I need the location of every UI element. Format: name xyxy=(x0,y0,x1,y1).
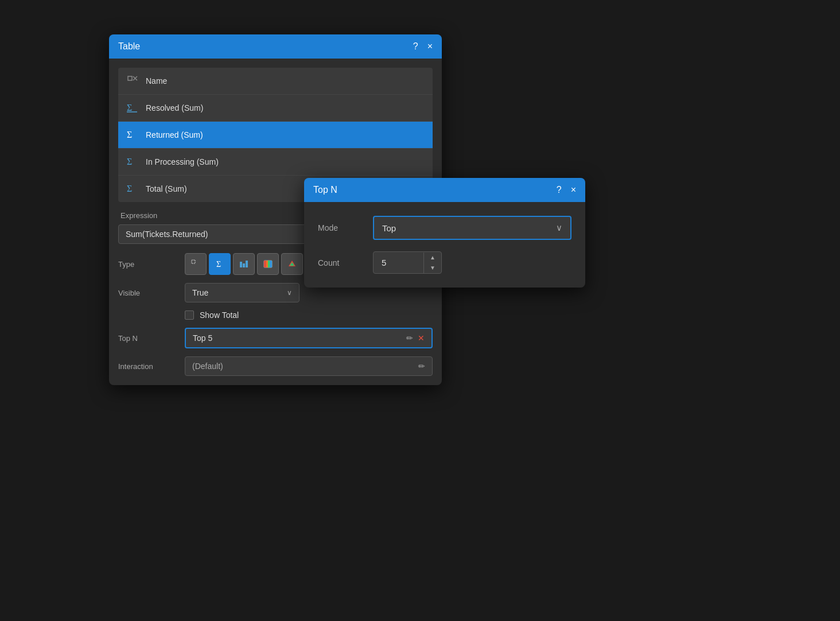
mode-chevron: ∨ xyxy=(556,223,562,233)
visible-select[interactable]: True ∨ xyxy=(185,283,300,302)
interaction-edit-button[interactable]: ✏ xyxy=(418,362,425,371)
visible-chevron: ∨ xyxy=(287,289,292,297)
interaction-field[interactable]: (Default) ✏ xyxy=(185,356,433,376)
svg-text:Σ: Σ xyxy=(127,130,132,139)
count-label: Count xyxy=(318,258,364,267)
topn-dialog-actions: ? × xyxy=(557,185,576,195)
type-btn-sum[interactable]: Σ xyxy=(209,253,231,275)
top-n-field[interactable]: Top 5 ✏ ✕ xyxy=(185,328,433,348)
dimension-icon xyxy=(126,75,139,87)
table-close-button[interactable]: × xyxy=(427,42,433,51)
prop-row-show-total: Show Total xyxy=(118,310,433,320)
field-item-name[interactable]: Name xyxy=(118,68,433,95)
top-n-value: Top 5 xyxy=(193,333,212,343)
count-value: 5 xyxy=(374,252,423,273)
topn-mode-row: Mode Top ∨ xyxy=(318,216,571,240)
type-btn-indicator[interactable] xyxy=(281,253,303,275)
field-label-returned: Returned (Sum) xyxy=(146,130,203,139)
spinner-arrows: ▲ ▼ xyxy=(423,253,441,273)
svg-rect-15 xyxy=(266,261,268,267)
topn-clear-button[interactable]: ✕ xyxy=(418,333,425,343)
mode-value: Top xyxy=(382,223,396,233)
type-label: Type xyxy=(118,260,176,269)
svg-rect-17 xyxy=(270,261,272,267)
topn-edit-button[interactable]: ✏ xyxy=(406,333,413,343)
prop-row-interaction: Interaction (Default) ✏ xyxy=(118,356,433,376)
field-item-in-processing[interactable]: Σ In Processing (Sum) xyxy=(118,149,433,176)
svg-text:Σ: Σ xyxy=(127,157,132,166)
table-help-button[interactable]: ? xyxy=(413,42,418,51)
show-total-label: Show Total xyxy=(200,310,239,320)
total-icon: Σ xyxy=(126,183,139,195)
visible-label: Visible xyxy=(118,289,176,297)
table-dialog-actions: ? × xyxy=(413,42,433,51)
field-item-returned[interactable]: Σ Returned (Sum) xyxy=(118,122,433,149)
topn-help-button[interactable]: ? xyxy=(557,185,562,195)
type-btn-color[interactable] xyxy=(257,253,279,275)
svg-rect-12 xyxy=(246,261,248,267)
topn-dialog-title: Top N xyxy=(313,185,337,195)
type-btn-bar[interactable] xyxy=(233,253,255,275)
topn-count-row: Count 5 ▲ ▼ xyxy=(318,251,571,274)
show-total-checkbox[interactable] xyxy=(185,310,194,320)
svg-rect-0 xyxy=(128,76,132,80)
svg-rect-11 xyxy=(243,263,245,267)
returned-icon: Σ xyxy=(126,129,139,141)
field-label-resolved: Resolved (Sum) xyxy=(146,103,203,112)
table-dialog-title: Table xyxy=(118,41,140,52)
svg-text:Σ: Σ xyxy=(216,260,221,269)
field-label-in-processing: In Processing (Sum) xyxy=(146,157,219,166)
type-btn-dimension[interactable] xyxy=(185,253,207,275)
mode-select[interactable]: Top ∨ xyxy=(373,216,571,240)
visible-value: True xyxy=(192,288,208,297)
count-spinner: 5 ▲ ▼ xyxy=(373,251,442,274)
interaction-value: (Default) xyxy=(192,362,223,371)
count-up-button[interactable]: ▲ xyxy=(424,253,441,263)
svg-rect-14 xyxy=(264,261,266,267)
field-label-total: Total (Sum) xyxy=(146,184,187,193)
mode-label: Mode xyxy=(318,223,364,232)
show-total-row: Show Total xyxy=(185,310,433,320)
svg-rect-8 xyxy=(192,260,195,263)
field-item-resolved[interactable]: Σ Resolved (Sum) xyxy=(118,95,433,122)
topn-dialog-body: Mode Top ∨ Count 5 ▲ ▼ xyxy=(304,202,585,288)
svg-text:Σ: Σ xyxy=(127,103,132,112)
count-down-button[interactable]: ▼ xyxy=(424,263,441,273)
topn-actions: ✏ ✕ xyxy=(406,333,425,343)
field-label-name: Name xyxy=(146,76,167,86)
svg-rect-16 xyxy=(268,261,270,267)
resolved-icon: Σ xyxy=(126,102,139,114)
topn-dialog: Top N ? × Mode Top ∨ Count 5 ▲ ▼ xyxy=(304,178,585,288)
prop-row-top-n: Top N Top 5 ✏ ✕ xyxy=(118,328,433,348)
interaction-label: Interaction xyxy=(118,362,176,371)
table-dialog-header: Table ? × xyxy=(109,34,442,59)
in-processing-icon: Σ xyxy=(126,156,139,168)
topn-dialog-header: Top N ? × xyxy=(304,178,585,202)
svg-text:Σ: Σ xyxy=(127,184,132,193)
svg-rect-10 xyxy=(240,262,242,267)
topn-close-button[interactable]: × xyxy=(571,185,576,195)
top-n-label: Top N xyxy=(118,334,176,343)
